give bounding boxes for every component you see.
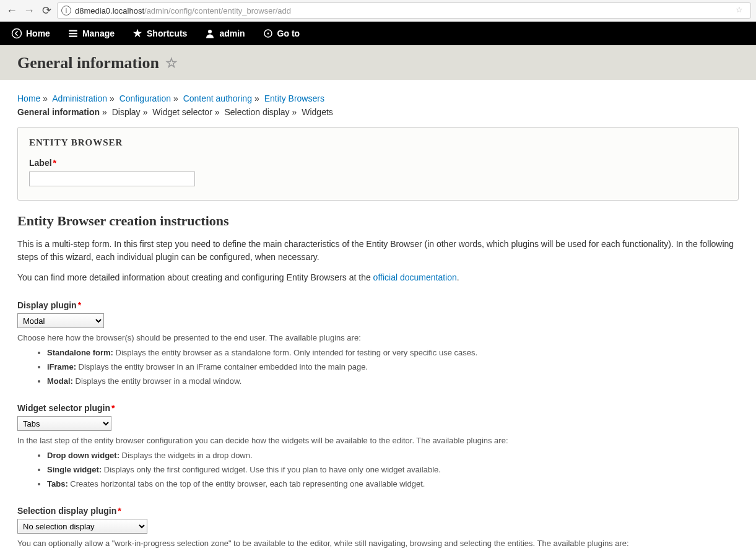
svg-point-0 (12, 29, 22, 38)
toolbar-home-label: Home (26, 28, 50, 38)
toolbar-user[interactable]: admin (196, 22, 253, 45)
label-label: Label* (29, 158, 727, 168)
toolbar-manage-label: Manage (82, 28, 115, 38)
url-path: /admin/config/content/entity_browser/add (144, 6, 291, 15)
svg-point-3 (267, 33, 269, 35)
display-plugin-label: Display plugin (17, 300, 77, 310)
url-bar[interactable]: i d8media0.localhost/admin/config/conten… (57, 2, 751, 19)
list-item: Drop down widget: Displays the widgets i… (47, 450, 739, 461)
list-item: Tabs: Creates horizontal tabs on the top… (47, 479, 739, 490)
breadcrumb-admin[interactable]: Administration (52, 93, 107, 103)
back-circle-icon (11, 28, 22, 39)
list-item: Standalone form: Displays the entity bro… (47, 347, 739, 358)
list-item: Modal: Displays the entity browser in a … (47, 376, 739, 387)
list-item: Single widget: Displays only the first c… (47, 464, 739, 475)
url-host: d8media0.localhost (75, 6, 144, 15)
wizard-step: Selection display (224, 107, 289, 117)
widget-plugin-select[interactable]: Tabs (17, 416, 111, 431)
widget-plugin-item: Widget selector plugin* Tabs In the last… (17, 403, 739, 490)
breadcrumb-entity-browsers[interactable]: Entity Browsers (264, 93, 324, 103)
doc-link[interactable]: official documentation (373, 272, 457, 282)
bookmark-icon[interactable]: ☆ (736, 5, 747, 16)
widget-plugin-options: Drop down widget: Displays the widgets i… (47, 450, 739, 490)
breadcrumb: Home» Administration» Configuration» Con… (17, 93, 739, 103)
display-plugin-desc: Choose here how the browser(s) should be… (17, 332, 739, 344)
admin-toolbar: Home Manage Shortcuts admin Go to (0, 22, 756, 45)
page-title-bar: General information ☆ (0, 45, 756, 80)
instructions-p1: This is a multi-step form. In this first… (17, 238, 739, 264)
forward-button: → (22, 4, 36, 17)
widget-plugin-desc: In the last step of the entity browser c… (17, 435, 739, 447)
main-content: Home» Administration» Configuration» Con… (0, 80, 756, 551)
toolbar-manage[interactable]: Manage (59, 22, 123, 45)
page-title: General information (17, 54, 159, 72)
wizard-step: Widget selector (152, 107, 212, 117)
svg-point-1 (208, 30, 212, 33)
toolbar-shortcuts[interactable]: Shortcuts (123, 22, 196, 45)
wizard-step: Display (112, 107, 141, 117)
selection-plugin-item: Selection display plugin* No selection d… (17, 506, 739, 551)
widget-plugin-label: Widget selector plugin (17, 403, 110, 413)
toolbar-shortcuts-label: Shortcuts (147, 28, 187, 38)
display-plugin-item: Display plugin* Modal Choose here how th… (17, 300, 739, 387)
wizard-step: Widgets (302, 107, 333, 117)
selection-plugin-label: Selection display plugin (17, 506, 116, 516)
breadcrumb-config[interactable]: Configuration (119, 93, 171, 103)
favorite-star-icon[interactable]: ☆ (165, 55, 178, 71)
list-item: iFrame: Displays the entity browser in a… (47, 362, 739, 373)
wizard-current: General information (17, 107, 100, 117)
display-plugin-options: Standalone form: Displays the entity bro… (47, 347, 739, 388)
selection-plugin-select[interactable]: No selection display (17, 519, 147, 534)
entity-browser-fieldset: ENTITY BROWSER Label* (17, 127, 739, 201)
breadcrumb-home[interactable]: Home (17, 93, 40, 103)
user-icon (204, 28, 215, 39)
wizard-trail: General information» Display» Widget sel… (17, 107, 739, 117)
instructions-p2: You can find more detailed information a… (17, 271, 739, 284)
toolbar-goto[interactable]: Go to (254, 22, 309, 45)
toolbar-user-label: admin (219, 28, 245, 38)
selection-plugin-desc: You can optionally allow a "work-in-prog… (17, 537, 739, 550)
label-input[interactable] (29, 171, 195, 186)
display-plugin-select[interactable]: Modal (17, 313, 104, 328)
breadcrumb-content-auth[interactable]: Content authoring (183, 93, 252, 103)
reload-button[interactable]: ⟳ (40, 4, 53, 17)
target-icon (263, 28, 274, 39)
toolbar-goto-label: Go to (277, 28, 300, 38)
fieldset-legend: ENTITY BROWSER (29, 137, 727, 148)
browser-chrome: ← → ⟳ i d8media0.localhost/admin/config/… (0, 0, 756, 22)
info-icon[interactable]: i (61, 6, 71, 15)
toolbar-back[interactable]: Home (2, 22, 59, 45)
instructions-heading: Entity Browser creation instructions (17, 213, 739, 229)
hamburger-icon (67, 28, 79, 39)
back-button[interactable]: ← (5, 4, 19, 17)
star-icon (132, 28, 143, 39)
